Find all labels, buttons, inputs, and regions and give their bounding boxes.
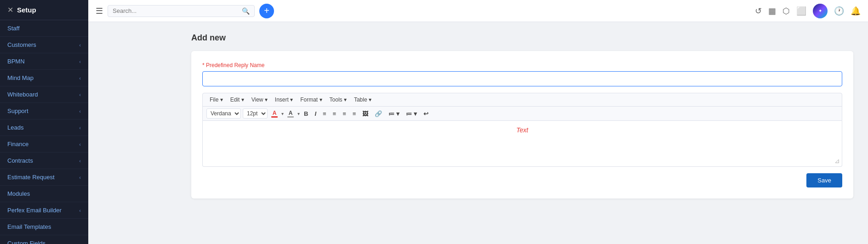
italic-button[interactable]: I bbox=[312, 109, 319, 119]
sidebar-header: ✕ Setup bbox=[0, 0, 88, 20]
sidebar-item-label: Modules bbox=[7, 190, 30, 197]
align-center-button[interactable]: ≡ bbox=[331, 109, 339, 119]
chevron-icon: ‹ bbox=[79, 75, 81, 81]
chevron-down-icon[interactable]: ▾ bbox=[281, 111, 284, 116]
sidebar-item-support[interactable]: Support‹ bbox=[0, 103, 88, 119]
sidebar-item-finance[interactable]: Finance‹ bbox=[0, 136, 88, 153]
edit-menu[interactable]: Edit ▾ bbox=[227, 95, 247, 104]
chevron-icon: ‹ bbox=[79, 59, 81, 64]
page-title: Add new bbox=[191, 33, 853, 43]
sidebar-item-modules[interactable]: Modules bbox=[0, 186, 88, 202]
clock-icon[interactable]: 🕐 bbox=[834, 6, 844, 16]
sidebar-item-staff[interactable]: Staff bbox=[0, 20, 88, 37]
ordered-list-button[interactable]: ≔ ▾ bbox=[404, 109, 419, 119]
sidebar-title: Setup bbox=[17, 6, 36, 14]
sidebar-item-perfex-email-builder[interactable]: Perfex Email Builder‹ bbox=[0, 202, 88, 219]
sidebar-item-label: Staff bbox=[7, 25, 20, 32]
chevron-icon: ‹ bbox=[79, 108, 81, 114]
chevron-icon: ‹ bbox=[79, 125, 81, 131]
sidebar-item-custom-fields[interactable]: Custom Fields bbox=[0, 235, 88, 244]
predefined-reply-name-input[interactable] bbox=[202, 71, 842, 86]
chevron-down-icon2[interactable]: ▾ bbox=[297, 111, 300, 116]
sidebar-item-estimate-request[interactable]: Estimate Request‹ bbox=[0, 169, 88, 186]
font-size-select[interactable]: 12pt bbox=[243, 108, 268, 119]
save-row: Save bbox=[202, 173, 842, 187]
bold-button[interactable]: B bbox=[302, 109, 310, 119]
required-marker: * bbox=[202, 62, 206, 68]
sidebar-item-label: Perfex Email Builder bbox=[7, 207, 62, 214]
sidebar-item-customers[interactable]: Customers‹ bbox=[0, 37, 88, 53]
editor-body[interactable]: Text ⊿ bbox=[202, 121, 842, 167]
search-input[interactable] bbox=[113, 7, 242, 14]
save-button[interactable]: Save bbox=[806, 173, 842, 187]
align-justify-button[interactable]: ≡ bbox=[350, 109, 359, 119]
editor-toolbar: File ▾ Edit ▾ View ▾ Insert ▾ Format ▾ T… bbox=[202, 93, 842, 121]
sidebar-item-label: Estimate Request bbox=[7, 174, 55, 181]
table-menu[interactable]: Table ▾ bbox=[351, 95, 375, 104]
history-icon[interactable]: ↺ bbox=[755, 6, 762, 16]
sidebar-item-label: Whiteboard bbox=[7, 91, 38, 98]
menu-icon[interactable]: ☰ bbox=[96, 6, 103, 16]
sidebar-item-email-templates[interactable]: Email Templates bbox=[0, 219, 88, 235]
sidebar-item-label: Finance bbox=[7, 141, 29, 148]
file-menu[interactable]: File ▾ bbox=[206, 95, 226, 104]
sidebar-item-label: BPMN bbox=[7, 58, 25, 65]
sidebar-item-label: Leads bbox=[7, 124, 23, 131]
resize-handle-icon[interactable]: ⊿ bbox=[834, 157, 840, 165]
toolbar-menu-row: File ▾ Edit ▾ View ▾ Insert ▾ Format ▾ T… bbox=[203, 93, 842, 107]
add-button[interactable]: + bbox=[259, 4, 274, 18]
sidebar-item-label: Customers bbox=[7, 41, 36, 48]
view-menu[interactable]: View ▾ bbox=[248, 95, 271, 104]
main-content: Add new * Predefined Reply Name File ▾ E… bbox=[177, 22, 868, 244]
sidebar-item-label: Mind Map bbox=[7, 74, 34, 81]
sidebar-item-leads[interactable]: Leads‹ bbox=[0, 119, 88, 136]
topbar-right: ↺ ▦ ⬡ ⬜ ✦ 🕐 🔔 bbox=[755, 4, 861, 18]
toolbar-format-row: Verdana 12pt A ▾ A ▾ B I ≡ ≡ bbox=[203, 107, 842, 120]
close-icon[interactable]: ✕ bbox=[7, 6, 13, 14]
image-button[interactable]: 🖼 bbox=[360, 109, 371, 119]
tools-menu[interactable]: Tools ▾ bbox=[326, 95, 350, 104]
align-right-button[interactable]: ≡ bbox=[340, 109, 348, 119]
field-label: * Predefined Reply Name bbox=[202, 62, 842, 68]
font-family-select[interactable]: Verdana bbox=[206, 108, 241, 119]
chevron-icon: ‹ bbox=[79, 42, 81, 48]
undo-button[interactable]: ↩ bbox=[421, 109, 431, 119]
form-card: * Predefined Reply Name File ▾ Edit ▾ Vi… bbox=[191, 51, 853, 199]
chevron-icon: ‹ bbox=[79, 175, 81, 180]
list-button[interactable]: ≔ ▾ bbox=[386, 109, 402, 119]
chevron-icon: ‹ bbox=[79, 142, 81, 147]
font-color-button[interactable]: A bbox=[269, 109, 280, 119]
video-icon[interactable]: ▦ bbox=[768, 6, 776, 16]
format-menu[interactable]: Format ▾ bbox=[297, 95, 325, 104]
sidebar-item-label: Support bbox=[7, 108, 29, 114]
form-icon[interactable]: ⬜ bbox=[796, 6, 806, 16]
sidebar: ✕ Setup StaffCustomers‹BPMN‹Mind Map‹Whi… bbox=[0, 0, 88, 244]
avatar[interactable]: ✦ bbox=[813, 4, 828, 18]
bell-icon[interactable]: 🔔 bbox=[851, 6, 861, 16]
share-icon[interactable]: ⬡ bbox=[782, 6, 790, 16]
sidebar-item-whiteboard[interactable]: Whiteboard‹ bbox=[0, 86, 88, 103]
sidebar-item-mind-map[interactable]: Mind Map‹ bbox=[0, 70, 88, 86]
search-icon: 🔍 bbox=[242, 7, 250, 15]
editor-placeholder-text: Text bbox=[208, 126, 836, 134]
chevron-icon: ‹ bbox=[79, 208, 81, 213]
sidebar-item-contracts[interactable]: Contracts‹ bbox=[0, 153, 88, 169]
topbar: ☰ 🔍 + ↺ ▦ ⬡ ⬜ ✦ 🕐 🔔 bbox=[88, 0, 868, 22]
chevron-icon: ‹ bbox=[79, 158, 81, 164]
chevron-icon: ‹ bbox=[79, 92, 81, 97]
sidebar-item-label: Email Templates bbox=[7, 223, 51, 230]
insert-menu[interactable]: Insert ▾ bbox=[272, 95, 296, 104]
sidebar-item-label: Custom Fields bbox=[7, 240, 46, 244]
sidebar-item-label: Contracts bbox=[7, 157, 33, 164]
highlight-color-button[interactable]: A bbox=[286, 109, 296, 119]
link-button[interactable]: 🔗 bbox=[372, 109, 384, 119]
search-bar: 🔍 bbox=[108, 5, 255, 17]
sidebar-item-bpmn[interactable]: BPMN‹ bbox=[0, 53, 88, 70]
align-left-button[interactable]: ≡ bbox=[320, 109, 329, 119]
